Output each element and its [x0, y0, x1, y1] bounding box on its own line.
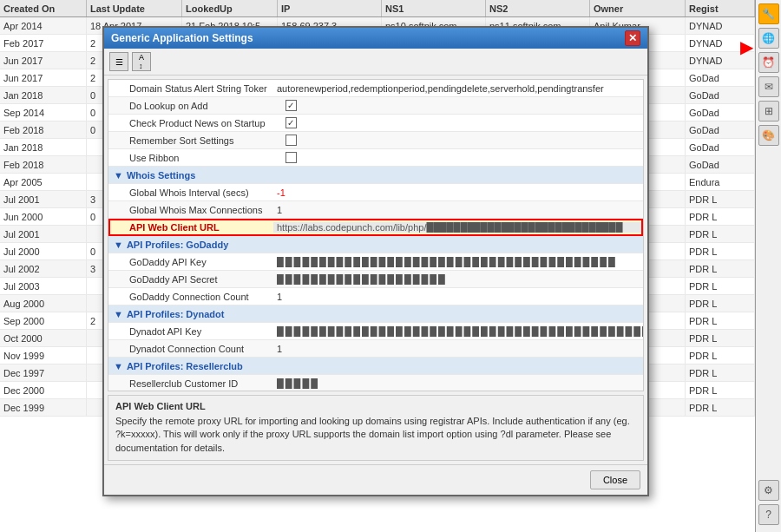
- col-ns2[interactable]: NS2: [486, 0, 590, 16]
- dialog-tool-btn-2[interactable]: A↕: [132, 52, 151, 71]
- cell-regist: PDR L: [686, 382, 755, 398]
- cell-created: Dec 2000: [0, 382, 87, 398]
- cell-created: Jan 2018: [0, 139, 87, 155]
- cell-created: Jun 2000: [0, 208, 87, 225]
- cell-regist: PDR L: [686, 399, 755, 416]
- settings-label: Check Product News on Startup: [108, 118, 273, 128]
- col-ns1[interactable]: NS1: [382, 0, 486, 16]
- close-button[interactable]: Close: [590, 470, 640, 489]
- cell-created: Dec 1997: [0, 365, 87, 381]
- cell-created: Feb 2018: [0, 156, 87, 173]
- cell-regist: GoDad: [686, 156, 755, 173]
- cell-created: Oct 2000: [0, 330, 87, 346]
- settings-label: GoDaddy API Secret: [108, 274, 273, 285]
- right-toolbar: 🔧 🌐 ⏰ ✉ ⊞ 🎨 ⚙ ?: [755, 0, 781, 532]
- settings-row: ▼API Profiles: Dynadot: [108, 305, 643, 323]
- col-ip[interactable]: IP: [278, 0, 382, 16]
- settings-value: █████: [273, 378, 643, 389]
- bottom-toolbar: ⚙ ?: [758, 480, 779, 525]
- cell-regist: GoDad: [686, 104, 755, 121]
- settings-value: 1: [273, 292, 643, 302]
- settings-value: ████████████████████████████████████████…: [273, 326, 643, 337]
- settings-label: Global Whois Interval (secs): [108, 187, 273, 198]
- checkbox[interactable]: ✓: [285, 117, 297, 128]
- settings-row[interactable]: GoDaddy Connection Count 1: [108, 288, 643, 305]
- settings-label: Domain Status Alert String Toker: [108, 83, 273, 94]
- cell-regist: PDR L: [686, 243, 755, 259]
- settings-row: Resellerclub Customer ID █████: [108, 375, 643, 391]
- col-looked[interactable]: LookedUp: [182, 0, 278, 16]
- cell-regist: PDR L: [686, 260, 755, 277]
- settings-row: Remember Sort Settings: [108, 132, 643, 149]
- clock-button[interactable]: ⏰: [758, 52, 779, 73]
- checkbox[interactable]: [285, 152, 297, 163]
- palette-button[interactable]: 🎨: [758, 125, 779, 146]
- cell-regist: DYNAD: [686, 17, 755, 34]
- cell-regist: PDR L: [686, 208, 755, 225]
- cell-created: Jan 2018: [0, 87, 87, 103]
- settings-row[interactable]: API Web Client URL https://labs.codepunc…: [108, 219, 643, 236]
- dialog-close-button[interactable]: ✕: [625, 30, 640, 46]
- cell-regist: PDR L: [686, 295, 755, 312]
- checkbox[interactable]: ✓: [285, 100, 297, 111]
- dialog-tool-btn-1[interactable]: ☰: [109, 52, 128, 71]
- cell-created: Aug 2000: [0, 295, 87, 312]
- gear-button[interactable]: ⚙: [758, 480, 779, 501]
- settings-value: ████████████████████████████████████████: [273, 257, 643, 267]
- tools-button[interactable]: 🔧: [758, 3, 779, 24]
- section-header-label: ▼API Profiles: Resellerclub: [108, 361, 273, 371]
- cell-regist: PDR L: [686, 312, 755, 329]
- checkbox-cell[interactable]: [273, 152, 308, 163]
- cell-regist: GoDad: [686, 122, 755, 138]
- checkbox-cell[interactable]: [273, 135, 308, 146]
- settings-container[interactable]: Domain Status Alert String Toker autoren…: [108, 79, 644, 391]
- cell-created: Jul 2000: [0, 243, 87, 259]
- red-arrow-indicator: ▶: [740, 36, 753, 57]
- settings-row: Dynadot API Key ████████████████████████…: [108, 323, 643, 340]
- settings-label: Remember Sort Settings: [108, 135, 273, 146]
- checkbox-cell[interactable]: ✓: [273, 117, 308, 128]
- col-owner[interactable]: Owner: [590, 0, 686, 16]
- cell-created: Feb 2017: [0, 35, 87, 51]
- settings-row[interactable]: Domain Status Alert String Toker autoren…: [108, 80, 643, 97]
- cell-regist: GoDad: [686, 139, 755, 155]
- table-button[interactable]: ⊞: [758, 101, 779, 122]
- settings-row[interactable]: Dynadot Connection Count 1: [108, 340, 643, 358]
- help-button[interactable]: ?: [758, 504, 779, 525]
- settings-label: Global Whois Max Connections: [108, 205, 273, 215]
- settings-row[interactable]: Global Whois Max Connections 1: [108, 201, 643, 219]
- envelope-button[interactable]: ✉: [758, 76, 779, 97]
- settings-label: Use Ribbon: [108, 153, 273, 163]
- cell-regist: GoDad: [686, 69, 755, 86]
- globe-button[interactable]: 🌐: [758, 28, 779, 49]
- cell-created: Jul 2002: [0, 260, 87, 277]
- cell-created: Sep 2014: [0, 104, 87, 121]
- api-url-label: API Web Client URL: [108, 222, 273, 233]
- settings-row: Check Product News on Startup ✓: [108, 115, 643, 132]
- col-regist[interactable]: Regist: [686, 0, 755, 16]
- cell-regist: PDR L: [686, 330, 755, 346]
- checkbox[interactable]: [285, 135, 297, 146]
- cell-regist: GoDad: [686, 87, 755, 103]
- cell-created: Jul 2001: [0, 226, 87, 242]
- cell-created: Feb 2018: [0, 122, 87, 138]
- cell-created: Apr 2005: [0, 174, 87, 190]
- cell-created: Jul 2001: [0, 191, 87, 207]
- checkbox-cell[interactable]: ✓: [273, 100, 308, 111]
- col-last[interactable]: Last Update: [87, 0, 182, 16]
- cell-regist: Endura: [686, 174, 755, 190]
- settings-row: GoDaddy API Key ████████████████████████…: [108, 253, 643, 271]
- settings-label: Dynadot API Key: [108, 326, 273, 337]
- settings-row: ▼API Profiles: Resellerclub: [108, 358, 643, 375]
- cell-created: Jul 2003: [0, 278, 87, 294]
- settings-row: ▼Whois Settings: [108, 167, 643, 184]
- settings-row[interactable]: Global Whois Interval (secs) -1: [108, 184, 643, 201]
- description-box: API Web Client URL Specify the remote pr…: [108, 395, 644, 461]
- col-created[interactable]: Created On: [0, 0, 87, 16]
- settings-label: GoDaddy Connection Count: [108, 292, 273, 302]
- cell-created: Nov 1999: [0, 347, 87, 364]
- description-title: API Web Client URL: [115, 401, 636, 411]
- settings-label: Resellerclub Customer ID: [108, 378, 273, 389]
- cell-regist: PDR L: [686, 278, 755, 294]
- api-url-value[interactable]: https://labs.codepunch.com/lib/php/█████…: [273, 222, 643, 233]
